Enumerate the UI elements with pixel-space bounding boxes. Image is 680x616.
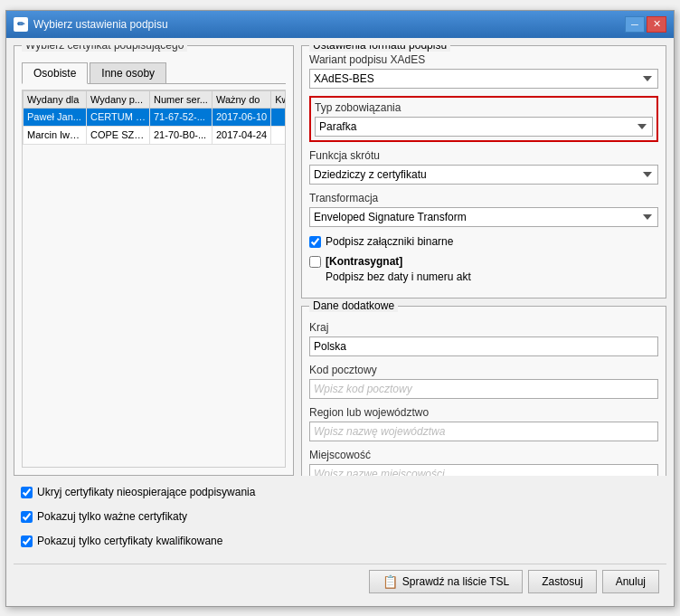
cell-wazny-2: 2017-04-24: [212, 126, 270, 144]
typ-select[interactable]: Parafka: [315, 117, 653, 137]
cell-wydany-p-1: CERTUM Q...: [87, 108, 150, 126]
cell-wydany-dla-1: Paweł Jan...: [24, 108, 87, 126]
cert-table-wrapper[interactable]: Wydany dla Wydany p... Numer ser... Ważn…: [22, 90, 286, 469]
checkbox-wazne-label: Pokazuj tylko ważne certyfikaty: [37, 509, 187, 525]
region-input[interactable]: [309, 422, 658, 441]
kontrasygnat-label: [Kontrasygnat] Podpisz bez daty i numeru…: [326, 254, 471, 285]
miejscowosc-row: Miejscowość: [309, 449, 658, 476]
funkcja-row: Funkcja skrótu Dziedziczy z certyfikatu: [309, 149, 658, 185]
kontrasygnat-row: [Kontrasygnat] Podpisz bez daty i numeru…: [309, 254, 658, 285]
main-window: ✏ Wybierz ustawienia podpisu ─ ✕ Wybierz…: [5, 10, 675, 607]
dane-group: Dane dodatkowe Kraj Kod pocztowy Region …: [301, 306, 666, 476]
cell-wazny-1: 2017-06-10: [212, 108, 270, 126]
title-bar-left: ✏ Wybierz ustawienia podpisu: [14, 17, 168, 32]
wariant-label: Wariant podpisu XAdES: [309, 53, 658, 66]
title-buttons: ─ ✕: [625, 16, 666, 33]
funkcja-select[interactable]: Dziedziczy z certyfikatu: [309, 165, 658, 185]
anuluj-button[interactable]: Anuluj: [602, 570, 659, 593]
window-title: Wybierz ustawienia podpisu: [33, 18, 168, 31]
tab-osobiste[interactable]: Osobiste: [22, 62, 88, 84]
zastosuj-label: Zastosuj: [542, 575, 582, 588]
tab-inne[interactable]: Inne osoby: [90, 62, 166, 83]
minimize-button[interactable]: ─: [625, 16, 645, 33]
col-kwalif: Kwalifikow...: [271, 90, 286, 108]
main-area: Wybierz certyfikat podpisującego Osobist…: [14, 45, 666, 477]
sprawdz-button[interactable]: 📋 Sprawdź na liście TSL: [369, 570, 524, 593]
col-wydany-dla: Wydany dla: [24, 90, 87, 108]
col-wazny: Ważny do: [212, 90, 270, 108]
typ-row: Typ zobowiązania Parafka: [315, 101, 653, 137]
col-numer: Numer ser...: [150, 90, 212, 108]
kod-input[interactable]: [309, 379, 658, 399]
typ-highlighted-box: Typ zobowiązania Parafka: [309, 96, 658, 142]
cert-group: Wybierz certyfikat podpisującego Osobist…: [14, 45, 294, 477]
cert-table: Wydany dla Wydany p... Numer ser... Ważn…: [23, 90, 286, 145]
wariant-select[interactable]: XAdES-BES: [309, 69, 658, 89]
cell-kwalif-1: ☑: [271, 108, 286, 126]
table-row[interactable]: Paweł Jan... CERTUM Q... 71-67-52-... 20…: [24, 108, 287, 126]
region-row: Region lub województwo: [309, 406, 658, 441]
checkbox-kwalif[interactable]: [21, 535, 33, 547]
sprawdz-label: Sprawdź na liście TSL: [402, 575, 510, 588]
checkbox-ukryj[interactable]: [21, 487, 33, 498]
bottom-checkboxes: Ukryj certyfikaty nieospierające podpisy…: [14, 481, 666, 557]
bottom-checkbox3-row: Pokazuj tylko certyfikaty kwalifikowane: [21, 534, 659, 549]
bottom-checkbox2-row: Pokazuj tylko ważne certyfikaty: [21, 509, 659, 525]
bottom-buttons: 📋 Sprawdź na liście TSL Zastosuj Anuluj: [14, 564, 666, 599]
cell-kwalif-2: ☑: [271, 126, 286, 144]
funkcja-label: Funkcja skrótu: [309, 149, 658, 162]
dane-group-title: Dane dodatkowe: [309, 299, 398, 312]
transformacja-label: Transformacja: [309, 192, 658, 204]
checkbox-kwalif-label: Pokazuj tylko certyfikaty kwalifikowane: [37, 534, 222, 549]
cell-wydany-p-2: COPE SZA...: [87, 126, 150, 144]
typ-label: Typ zobowiązania: [315, 101, 653, 114]
cell-numer-1: 71-67-52-...: [150, 108, 212, 126]
kontrasygnat-checkbox[interactable]: [309, 256, 321, 268]
kraj-label: Kraj: [309, 321, 658, 334]
kod-row: Kod pocztowy: [309, 364, 658, 399]
miejscowosc-label: Miejscowość: [309, 449, 658, 461]
kontrasygnat-bold-label: [Kontrasygnat]: [326, 255, 402, 268]
transformacja-row: Transformacja Enveloped Signature Transf…: [309, 192, 658, 227]
left-panel: Wybierz certyfikat podpisującego Osobist…: [14, 45, 294, 477]
window-content: Wybierz certyfikat podpisującego Osobist…: [6, 38, 674, 606]
cert-group-title: Wybierz certyfikat podpisującego: [22, 45, 187, 52]
zastosuj-button[interactable]: Zastosuj: [528, 570, 596, 593]
kod-label: Kod pocztowy: [309, 364, 658, 376]
bottom-checkbox1-row: Ukryj certyfikaty nieospierające podpisy…: [21, 485, 659, 500]
zalaczniki-checkbox[interactable]: [309, 236, 321, 248]
format-group: Ustawienia formatu podpisu Wariant podpi…: [301, 45, 666, 299]
kraj-row: Kraj: [309, 321, 658, 356]
tabs: Osobiste Inne osoby: [22, 62, 286, 84]
col-wydany-p: Wydany p...: [87, 90, 150, 108]
transformacja-select[interactable]: Enveloped Signature Transform: [309, 207, 658, 227]
miejscowosc-input[interactable]: [309, 464, 658, 476]
right-panel: Ustawienia formatu podpisu Wariant podpi…: [301, 45, 666, 477]
kraj-input[interactable]: [309, 336, 658, 356]
cell-wydany-dla-2: Marcin Iwa...: [24, 126, 87, 144]
zalaczniki-row: Podpisz załączniki binarne: [309, 234, 658, 250]
title-bar: ✏ Wybierz ustawienia podpisu ─ ✕: [6, 11, 674, 38]
format-group-title: Ustawienia formatu podpisu: [309, 45, 450, 52]
kontrasygnat-sub-label: Podpisz bez daty i numeru akt: [326, 270, 471, 283]
table-row[interactable]: Marcin Iwa... COPE SZA... 21-70-B0-... 2…: [24, 126, 287, 144]
region-label: Region lub województwo: [309, 406, 658, 419]
anuluj-label: Anuluj: [616, 575, 646, 588]
window-icon: ✏: [14, 17, 28, 32]
checkbox-wazne[interactable]: [21, 511, 33, 523]
list-icon: 📋: [382, 574, 398, 589]
zalaczniki-label: Podpisz załączniki binarne: [326, 234, 453, 250]
wariant-row: Wariant podpisu XAdES XAdES-BES: [309, 53, 658, 89]
cell-numer-2: 21-70-B0-...: [150, 126, 212, 144]
close-button[interactable]: ✕: [647, 16, 666, 33]
checkbox-ukryj-label: Ukryj certyfikaty nieospierające podpisy…: [37, 485, 255, 500]
